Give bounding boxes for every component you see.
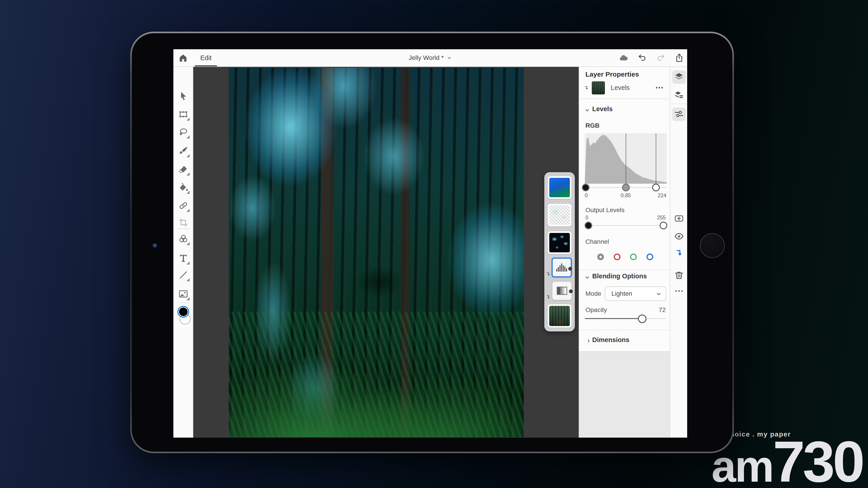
- visibility-eye-icon[interactable]: [674, 231, 684, 241]
- channel-red-button[interactable]: [614, 254, 620, 260]
- canvas-image-foliage: [229, 312, 524, 437]
- healing-tool[interactable]: [178, 200, 189, 211]
- tab-edit-label: Edit: [200, 54, 212, 62]
- channel-label: Channel: [585, 238, 609, 246]
- gradient-map-glyph-icon: [557, 287, 567, 295]
- histogram-highlight-marker: [656, 133, 656, 184]
- eraser-tool[interactable]: [178, 164, 189, 175]
- tool-flyout-indicator: [186, 242, 190, 245]
- output-low-value: 0: [585, 215, 588, 221]
- chevron-down-icon[interactable]: [585, 107, 590, 113]
- output-highlights-handle[interactable]: [659, 222, 667, 229]
- levels-adjustment-layer-thumbnail[interactable]: [552, 258, 572, 278]
- canvas-image[interactable]: [229, 68, 524, 437]
- type-tool[interactable]: [178, 253, 189, 264]
- input-high-value: 224: [658, 193, 666, 199]
- panel-empty-area: [579, 351, 670, 437]
- tool-flyout-indicator: [186, 135, 190, 138]
- channel-rgb-button[interactable]: [597, 254, 604, 260]
- crop-tool[interactable]: [178, 217, 189, 228]
- document-title-label: Jelly World *: [409, 54, 444, 61]
- tool-flyout-indicator: [186, 209, 190, 212]
- clone-mixer-tool[interactable]: [178, 233, 189, 244]
- place-image-tool[interactable]: [178, 289, 189, 299]
- front-camera: [153, 243, 158, 248]
- input-shadows-handle[interactable]: [582, 184, 590, 191]
- clip-mask-icon[interactable]: [674, 249, 684, 258]
- channel-green-button[interactable]: [630, 254, 637, 260]
- transparent-layer-preview: [549, 205, 570, 225]
- transparent-jellyfish-layer-thumbnail[interactable]: [548, 204, 571, 226]
- selected-layer-thumbnail[interactable]: [592, 81, 605, 94]
- transform-tool[interactable]: [178, 109, 189, 120]
- toolbar-divider: [177, 302, 190, 303]
- home-icon[interactable]: [178, 53, 188, 63]
- dimensions-section-title[interactable]: Dimensions: [592, 336, 629, 344]
- mode-label: Mode: [585, 290, 601, 297]
- levels-section-title[interactable]: Levels: [592, 105, 613, 113]
- gradient-layer-thumbnail[interactable]: [548, 176, 571, 199]
- opacity-slider-handle[interactable]: [638, 315, 647, 323]
- levels-histogram[interactable]: [585, 133, 667, 184]
- add-layer-icon[interactable]: [674, 214, 684, 223]
- chevron-down-icon[interactable]: [585, 275, 590, 280]
- panel-divider: [579, 98, 670, 99]
- blending-options-title[interactable]: Blending Options: [592, 272, 647, 280]
- blend-mode-dropdown[interactable]: Lighten: [604, 287, 666, 301]
- adjustments-icon[interactable]: [674, 109, 684, 119]
- brush-tool[interactable]: [178, 145, 189, 156]
- output-shadows-handle[interactable]: [585, 222, 592, 229]
- foreground-color-swatch[interactable]: [178, 306, 189, 318]
- input-highlights-handle[interactable]: [652, 184, 660, 191]
- chevron-down-icon: [656, 291, 662, 297]
- histogram-midtone-marker: [626, 133, 626, 184]
- line-tool[interactable]: [178, 269, 189, 281]
- input-midtones-handle[interactable]: [622, 184, 630, 191]
- layer-properties-icon[interactable]: [674, 90, 684, 100]
- lasso-tool[interactable]: [178, 127, 189, 138]
- more-options-icon[interactable]: [674, 288, 684, 298]
- app-screen: Edit Jelly World *: [174, 49, 687, 437]
- tool-flyout-indicator: [186, 154, 190, 157]
- tool-flyout-indicator: [186, 191, 190, 194]
- panel-divider: [579, 269, 670, 270]
- gradient-map-layer-thumbnail[interactable]: [552, 281, 572, 300]
- undo-icon[interactable]: [638, 53, 647, 63]
- document-title[interactable]: Jelly World *: [409, 49, 452, 66]
- output-high-value: 255: [657, 215, 666, 221]
- clip-mask-icon: [545, 271, 551, 278]
- redo-icon: [656, 53, 665, 63]
- background: my choice . my paper am 730 Edit: [0, 0, 868, 488]
- canvas-area[interactable]: [193, 67, 579, 437]
- gradient-layer-preview: [549, 178, 570, 197]
- cloud-sync-icon[interactable]: [619, 53, 628, 63]
- home-button[interactable]: [700, 233, 725, 258]
- input-low-value: 0: [585, 193, 588, 199]
- tablet-device: Edit Jelly World *: [130, 32, 734, 453]
- toolbar-divider: [177, 229, 190, 229]
- forest-background-layer-thumbnail[interactable]: [548, 304, 571, 328]
- rail-divider: [670, 104, 687, 104]
- opacity-slider-track[interactable]: [585, 318, 666, 319]
- chevron-right-icon[interactable]: [586, 339, 591, 343]
- channel-blue-button[interactable]: [647, 254, 653, 260]
- opacity-label: Opacity: [585, 306, 607, 314]
- output-levels-label: Output Levels: [585, 206, 625, 214]
- fill-tool[interactable]: [178, 182, 189, 193]
- watermark-logo: am 730: [712, 438, 863, 485]
- am730-watermark: my choice . my paper am 730: [712, 430, 863, 485]
- layer-connector-dot: [569, 289, 573, 293]
- tab-edit[interactable]: Edit: [195, 49, 217, 66]
- input-mid-value: 0.85: [621, 193, 631, 199]
- share-icon[interactable]: [675, 53, 684, 63]
- tool-flyout-indicator: [186, 172, 190, 175]
- clip-mask-icon: [545, 294, 551, 300]
- jellyfish-black-layer-thumbnail[interactable]: [548, 231, 571, 254]
- right-icon-rail: [670, 67, 687, 437]
- forest-layer-preview: [549, 306, 570, 326]
- layers-icon[interactable]: [674, 72, 684, 82]
- move-tool[interactable]: [178, 91, 189, 102]
- jellyfish-layer-preview: [549, 233, 570, 252]
- delete-trash-icon[interactable]: [674, 270, 684, 280]
- layer-more-options-icon[interactable]: [655, 85, 664, 91]
